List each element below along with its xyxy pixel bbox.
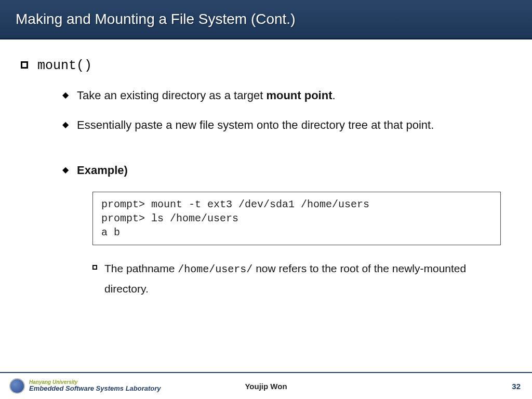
subpoint-text: The pathname /home/users/ now refers to … — [104, 259, 511, 299]
diamond-bullet-icon: ◆ — [62, 163, 69, 177]
slide-footer: Hanyang University Embedded Software Sys… — [0, 372, 532, 399]
bullet-level2: ◆ Take an existing directory as a target… — [62, 88, 511, 104]
bullet-level3: The pathname /home/users/ now refers to … — [92, 259, 511, 299]
code-block: prompt> mount -t ext3 /dev/sda1 /home/us… — [92, 192, 501, 245]
logo-text: Hanyang University Embedded Software Sys… — [29, 380, 161, 392]
sub-list: ◆ Take an existing directory as a target… — [62, 88, 511, 299]
main-bullet-text: mount() — [37, 58, 92, 73]
footer-author: Youjip Won — [245, 382, 287, 391]
slide-content: mount() ◆ Take an existing directory as … — [0, 39, 532, 299]
diamond-bullet-icon: ◆ — [62, 117, 69, 132]
lab-name: Embedded Software Systems Laboratory — [29, 385, 161, 392]
square-bullet-icon — [21, 61, 28, 69]
sub-sub-list: The pathname /home/users/ now refers to … — [92, 259, 511, 299]
bullet-level2: ◆ Essentially paste a new file system on… — [62, 117, 511, 134]
slide-title: Making and Mounting a File System (Cont.… — [16, 11, 295, 28]
point-1: Take an existing directory as a target m… — [77, 88, 336, 104]
bullet-level2: ◆ Example) — [62, 163, 511, 179]
point-2: Essentially paste a new file system onto… — [77, 117, 434, 134]
page-number: 32 — [512, 382, 521, 391]
title-bar: Making and Mounting a File System (Cont.… — [0, 0, 532, 39]
bullet-level1: mount() — [21, 58, 511, 73]
hollow-square-bullet-icon — [92, 265, 97, 270]
footer-logo: Hanyang University Embedded Software Sys… — [9, 378, 161, 394]
example-label: Example) — [77, 163, 128, 179]
diamond-bullet-icon: ◆ — [62, 88, 69, 102]
university-seal-icon — [9, 378, 25, 394]
